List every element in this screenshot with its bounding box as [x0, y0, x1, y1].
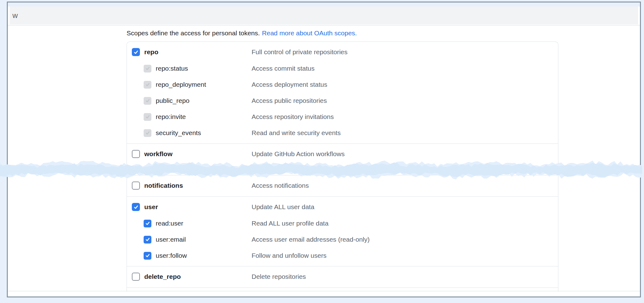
window-frame: w Scopes define the access for personal … — [7, 2, 641, 297]
public-repo-checkbox — [144, 97, 151, 105]
read-user-checkbox[interactable] — [144, 220, 151, 227]
check-icon — [133, 274, 139, 279]
scope-label[interactable]: user:email — [156, 236, 186, 243]
scope-label: repo:status — [156, 65, 188, 72]
scope-row-repo-deployment: repo_deployment Access deployment status — [127, 77, 558, 93]
scopes-list: repo Full control of private repositorie… — [127, 42, 558, 292]
repo-status-checkbox — [144, 65, 151, 72]
scope-section: user Update ALL user data read:user Read… — [127, 196, 558, 266]
scope-row-user-follow: user:follow Follow and unfollow users — [127, 248, 558, 264]
scope-row-read-user: read:user Read ALL user profile data — [127, 215, 558, 231]
scope-description: Access user email addresses (read-only) — [252, 236, 369, 243]
scope-description: Access deployment status — [252, 81, 327, 88]
scope-description: Read and write security events — [252, 129, 341, 137]
scope-section: notifications Access notifications — [127, 175, 558, 196]
scope-label: repo_deployment — [156, 81, 206, 88]
check-icon — [133, 183, 139, 188]
content-cut-line — [8, 291, 640, 291]
intro-text: Scopes define the access for personal to… — [127, 29, 260, 37]
scope-row-repo: repo Full control of private repositorie… — [127, 44, 558, 60]
scope-description: Access public repositories — [252, 97, 327, 104]
window-title: w — [10, 11, 18, 20]
hidden-rows-gap — [127, 165, 558, 175]
scope-label: security_events — [156, 129, 201, 137]
notifications-checkbox[interactable] — [132, 182, 140, 190]
user-checkbox[interactable] — [132, 203, 140, 211]
scope-section: delete_repo Delete repositories — [127, 266, 558, 288]
scope-row-workflow: workflow Update GitHub Action workflows — [127, 146, 558, 162]
frame-top-strip — [8, 2, 640, 7]
content-area: Scopes define the access for personal to… — [8, 25, 640, 296]
scope-label[interactable]: notifications — [144, 182, 183, 189]
workflow-checkbox[interactable] — [132, 150, 140, 158]
scope-label[interactable]: user:follow — [156, 252, 187, 259]
check-icon — [145, 82, 150, 87]
delete-repo-checkbox[interactable] — [132, 273, 140, 281]
scope-description: Read ALL user profile data — [252, 220, 329, 227]
check-icon — [145, 66, 150, 71]
page: w Scopes define the access for personal … — [0, 0, 644, 303]
check-icon — [133, 50, 139, 55]
scope-row-repo-status: repo:status Access commit status — [127, 60, 558, 77]
scope-description: Access commit status — [252, 65, 315, 72]
scope-label[interactable]: repo — [144, 48, 159, 56]
scope-row-public-repo: public_repo Access public repositories — [127, 93, 558, 109]
scope-description: Access repository invitations — [252, 113, 334, 121]
scope-label: repo:invite — [156, 113, 186, 121]
scope-section: repo Full control of private repositorie… — [127, 42, 558, 143]
scope-row-security-events: security_events Read and write security … — [127, 125, 558, 141]
scope-row-repo-invite: repo:invite Access repository invitation… — [127, 109, 558, 125]
check-icon — [133, 204, 139, 210]
check-icon — [133, 152, 139, 157]
check-icon — [145, 221, 150, 226]
check-icon — [145, 253, 150, 258]
check-icon — [145, 114, 150, 119]
user-email-checkbox[interactable] — [144, 236, 151, 244]
repo-invite-checkbox — [144, 113, 151, 121]
security-events-checkbox — [144, 129, 151, 137]
scope-row-notifications: notifications Access notifications — [127, 177, 558, 194]
scope-label[interactable]: read:user — [156, 220, 183, 227]
scope-description: Update GitHub Action workflows — [252, 150, 345, 158]
scope-row-user-email: user:email Access user email addresses (… — [127, 231, 558, 248]
check-icon — [145, 98, 150, 103]
check-icon — [145, 130, 150, 135]
scope-label[interactable]: workflow — [144, 150, 172, 158]
check-icon — [145, 237, 150, 242]
scope-label[interactable]: user — [144, 203, 158, 211]
scope-description: Access notifications — [252, 182, 309, 189]
scope-label: public_repo — [156, 97, 190, 104]
scope-description: Delete repositories — [252, 273, 306, 280]
repo-checkbox[interactable] — [132, 48, 140, 56]
scope-row-delete-repo: delete_repo Delete repositories — [127, 268, 558, 285]
window-titlebar: w — [10, 7, 638, 24]
oauth-scopes-link[interactable]: Read more about OAuth scopes. — [262, 29, 357, 37]
scope-row-user: user Update ALL user data — [127, 199, 558, 215]
scope-section: workflow Update GitHub Action workflows — [127, 143, 558, 165]
scope-label[interactable]: delete_repo — [144, 273, 181, 280]
repo-deployment-checkbox — [144, 81, 151, 89]
scopes-intro: Scopes define the access for personal to… — [127, 29, 640, 37]
scope-description: Update ALL user data — [252, 203, 314, 211]
scope-description: Full control of private repositories — [252, 48, 347, 56]
user-follow-checkbox[interactable] — [144, 252, 151, 260]
scope-description: Follow and unfollow users — [252, 252, 327, 259]
